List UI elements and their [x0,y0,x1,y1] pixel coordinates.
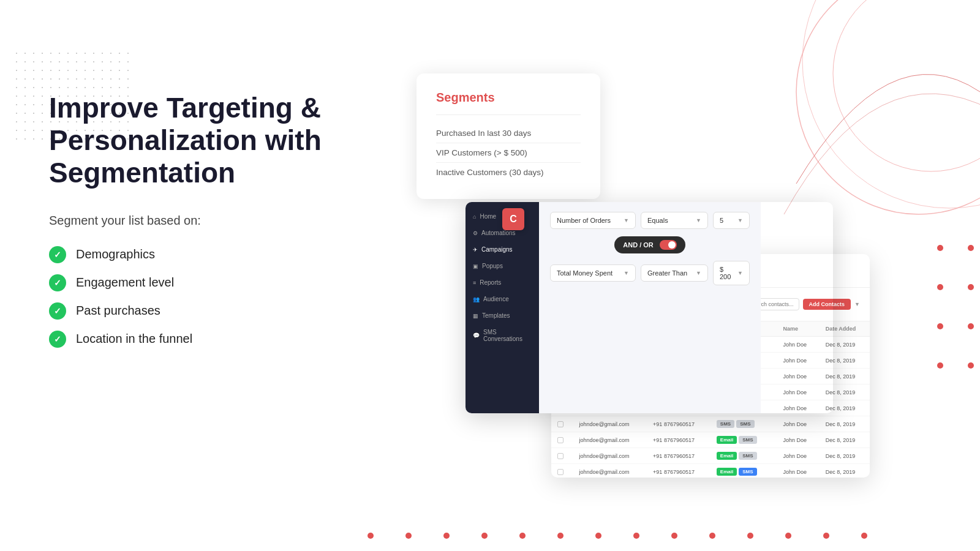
row-checkbox-5[interactable] [551,416,573,432]
operator-select-2-value: Greater Than [647,269,687,277]
row-email-5: johndoe@gmail.com [573,416,647,432]
sidebar-item-popups[interactable]: ▣ Popups [466,258,539,274]
app-panel: ⌂ Home ⚙ Automations ✈ Campaigns ▣ Popup… [466,202,833,413]
c-avatar-button[interactable]: C [502,208,524,230]
feature-item-funnel: Location in the funnel [49,331,392,348]
field-select-2[interactable]: Total Money Spent ▼ [550,264,636,282]
operator-select-2[interactable]: Greater Than ▼ [641,264,708,282]
subtitle: Segment your list based on: [49,214,392,228]
chevron-down-icon-5: ▼ [696,270,701,276]
and-or-toggle[interactable]: AND / OR [614,236,685,253]
check-icon-funnel [49,331,66,348]
feature-list: Demographics Engagement level Past purch… [49,246,392,348]
value-select-1-value: 5 [720,217,723,224]
row-status-8: EmailSMS [710,464,777,478]
row-email-8: johndoe@gmail.com [573,464,647,478]
value-select-2-value: $ 200 [720,266,734,280]
sidebar-item-audience[interactable]: 👥 Audience [466,291,539,307]
operator-select-1[interactable]: Equals ▼ [641,212,708,229]
page-title: Improve Targeting & Personalization with… [49,92,392,189]
sms-badge: SMS [739,452,756,460]
email-badge: Email [717,436,737,444]
row-email-6: johndoe@gmail.com [573,432,647,448]
sidebar-item-campaigns[interactable]: ✈ Campaigns [466,241,539,258]
segment-item-1[interactable]: VIP Customers (> $ 500) [436,143,581,163]
sidebar-label-sms: SMS Conversations [483,329,532,342]
sidebar-label-reports: Reports [480,279,501,286]
table-row[interactable]: johndoe@gmail.com +91 8767960517 EmailSM… [551,448,870,464]
dropdown-arrow-icon[interactable]: ▼ [854,301,860,307]
automations-icon: ⚙ [473,230,478,236]
row-status-7: EmailSMS [710,448,777,464]
sms-badge: SMS [717,420,734,428]
field-select-1[interactable]: Number of Orders ▼ [550,212,636,229]
row-checkbox-7[interactable] [551,448,573,464]
row-status-6: EmailSMS [710,432,777,448]
segment-item-0[interactable]: Purchased In last 30 days [436,124,581,143]
segments-card: Segments Purchased In last 30 days VIP C… [417,73,600,199]
row-name-8: John Doe [777,464,820,478]
chevron-down-icon-4: ▼ [624,270,629,276]
and-or-label: AND / OR [623,241,654,249]
email-badge: Email [717,452,737,460]
row-date-8: Dec 8, 2019 [820,464,870,478]
row-phone-8: +91 8767960517 [647,464,710,478]
row-checkbox-6[interactable] [551,432,573,448]
row-status-5: SMSSMS [710,416,777,432]
chevron-down-icon-2: ▼ [696,217,701,223]
sidebar-item-reports[interactable]: ≡ Reports [466,274,539,291]
left-panel: Improve Targeting & Personalization with… [49,92,392,348]
segments-card-title: Segments [436,91,581,105]
sidebar-label-campaigns: Campaigns [481,246,513,253]
chevron-down-icon-6: ▼ [737,270,743,276]
check-icon-purchases [49,302,66,320]
value-select-2[interactable]: $ 200 ▼ [713,261,750,285]
email-badge: Email [717,468,737,476]
svg-point-0 [796,0,980,214]
row-name-5: John Doe [777,416,820,432]
templates-icon: ▦ [473,313,478,319]
row-date-5: Dec 8, 2019 [820,416,870,432]
segment-item-2[interactable]: Inactive Customers (30 days) [436,163,581,182]
field-select-1-value: Number of Orders [557,217,611,224]
table-row[interactable]: johndoe@gmail.com +91 8767960517 EmailSM… [551,464,870,478]
segment-builder: Number of Orders ▼ Equals ▼ 5 ▼ AND / OR [539,202,761,413]
feature-label-funnel: Location in the funnel [76,332,192,346]
row-phone-5: +91 8767960517 [647,416,710,432]
sidebar-item-templates[interactable]: ▦ Templates [466,307,539,324]
sidebar-label-automations: Automations [481,230,516,236]
feature-item-demographics: Demographics [49,246,392,263]
value-select-1[interactable]: 5 ▼ [713,212,750,229]
row-phone-6: +91 8767960517 [647,432,710,448]
filter-row-2: Total Money Spent ▼ Greater Than ▼ $ 200… [550,261,750,285]
sidebar-item-sms[interactable]: 💬 SMS Conversations [466,324,539,347]
popups-icon: ▣ [473,263,478,269]
dots-right-decoration [937,245,974,369]
field-select-2-value: Total Money Spent [557,269,612,277]
row-checkbox-8[interactable] [551,464,573,478]
segments-divider [436,114,581,115]
toggle-switch[interactable] [660,240,677,250]
feature-item-engagement: Engagement level [49,274,392,291]
row-name-7: John Doe [777,448,820,464]
campaigns-icon: ✈ [473,247,478,253]
svg-point-1 [833,0,980,171]
app-sidebar: ⌂ Home ⚙ Automations ✈ Campaigns ▣ Popup… [466,202,539,413]
sidebar-label-templates: Templates [482,312,510,319]
sidebar-label-home: Home [480,213,496,220]
row-name-6: John Doe [777,432,820,448]
filter-row-1: Number of Orders ▼ Equals ▼ 5 ▼ [550,212,750,229]
home-icon: ⌂ [473,214,476,220]
feature-label-demographics: Demographics [76,247,155,261]
table-row[interactable]: johndoe@gmail.com +91 8767960517 SMSSMS … [551,416,870,432]
sms-badge-blue: SMS [739,468,756,476]
audience-icon: 👥 [473,296,480,302]
chevron-down-icon-3: ▼ [737,217,743,223]
row-email-7: johndoe@gmail.com [573,448,647,464]
sidebar-label-audience: Audience [483,296,509,302]
table-row[interactable]: johndoe@gmail.com +91 8767960517 EmailSM… [551,432,870,448]
check-icon-demographics [49,246,66,263]
reports-icon: ≡ [473,280,476,286]
feature-label-engagement: Engagement level [76,276,174,290]
feature-label-purchases: Past purchases [76,304,160,318]
